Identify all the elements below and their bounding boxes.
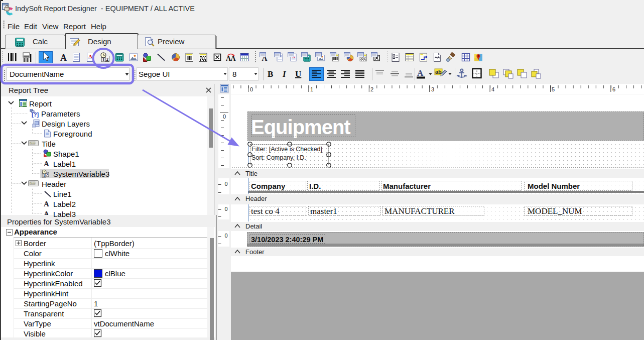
svg-text:A: A <box>417 68 424 78</box>
svg-text:4: 4 <box>491 86 494 92</box>
svg-text:0: 0 <box>250 86 253 92</box>
svg-text:8: 8 <box>232 70 236 78</box>
svg-text:Segoe UI: Segoe UI <box>139 70 170 78</box>
svg-text:0: 0 <box>223 114 226 120</box>
svg-text:0: 0 <box>225 206 228 212</box>
svg-text:ab: ab <box>435 69 442 75</box>
svg-text:I: I <box>282 69 287 79</box>
svg-text:B: B <box>268 69 273 79</box>
svg-text:0: 0 <box>225 233 228 239</box>
svg-text:6: 6 <box>612 86 615 92</box>
svg-text:3: 3 <box>431 86 434 92</box>
svg-text:2: 2 <box>370 86 373 92</box>
svg-text:0: 0 <box>225 181 228 187</box>
svg-text:DocumentName: DocumentName <box>10 70 64 78</box>
svg-text:5: 5 <box>552 86 555 92</box>
svg-text:1: 1 <box>310 86 313 92</box>
svg-text:U: U <box>295 69 301 79</box>
